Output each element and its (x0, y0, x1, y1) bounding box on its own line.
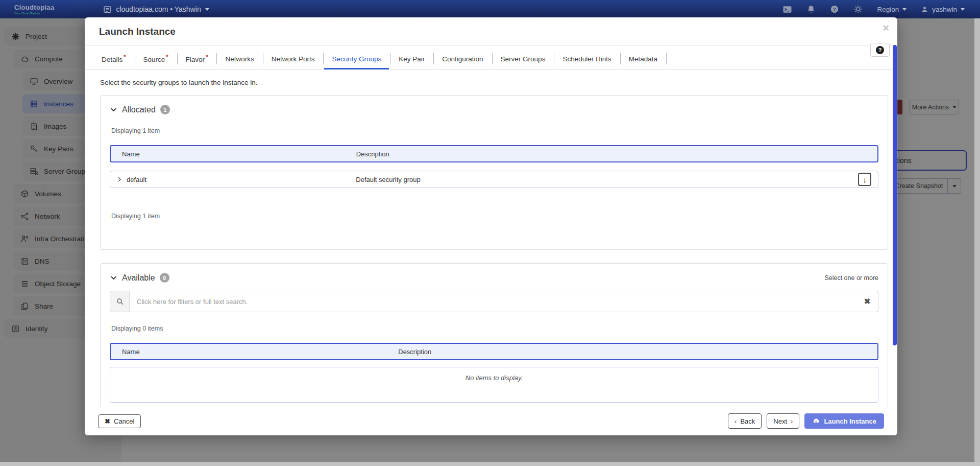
column-header-description: Description (356, 150, 877, 158)
tab-server-groups[interactable]: Server Groups (492, 55, 554, 69)
vertical-scrollbar[interactable] (974, 18, 980, 462)
horizontal-scrollbar[interactable] (0, 462, 980, 466)
settings-gear-icon[interactable] (853, 5, 863, 14)
available-count-badge: 0 (160, 273, 169, 283)
filter-search-input[interactable] (130, 291, 856, 312)
allocated-header[interactable]: Allocated 1 (110, 105, 170, 114)
step-description: Select the security groups to launch the… (100, 79, 888, 86)
tab-flavor[interactable]: Flavor* (177, 54, 217, 69)
required-marker: * (206, 54, 208, 60)
select-hint: Select one or more (824, 274, 878, 282)
available-panel: Available 0 Select one or more ✖ Display… (100, 263, 888, 424)
required-marker: * (166, 54, 168, 60)
allocated-table-header: Name Description (110, 145, 878, 162)
terminal-icon[interactable] (782, 5, 792, 14)
available-table-header: Name Description (110, 343, 878, 360)
filter-search-bar: ✖ (110, 291, 878, 312)
region-menu[interactable]: Region (877, 6, 906, 13)
deallocate-button[interactable]: ↓ (858, 173, 871, 186)
launch-instance-button[interactable]: Launch Instance (804, 413, 884, 429)
region-label: Region (877, 6, 899, 13)
question-icon: ? (876, 46, 884, 54)
available-displaying: Displaying 0 items (111, 325, 878, 332)
table-row: default Default security group ↓ (110, 171, 878, 188)
brand-tagline: Your Cloud Partner (14, 12, 54, 15)
chevron-down-icon (961, 8, 965, 11)
brand-logo[interactable]: Cloudtopiaa Your Cloud Partner (14, 4, 54, 15)
modal-title: Launch Instance (99, 26, 176, 37)
tab-metadata[interactable]: Metadata (620, 55, 666, 69)
column-header-name: Name (111, 348, 398, 356)
modal-scrollbar-thumb[interactable] (893, 45, 897, 345)
brand-name: Cloudtopiaa (14, 4, 54, 11)
allocated-count-badge: 1 (160, 105, 170, 114)
tab-source[interactable]: Source* (135, 54, 177, 69)
available-header[interactable]: Available 0 (110, 273, 169, 283)
tab-key-pair[interactable]: Key Pair (390, 55, 433, 69)
down-arrow-icon: ↓ (863, 176, 867, 183)
required-marker: * (124, 54, 126, 60)
top-navigation-bar: Cloudtopiaa Your Cloud Partner cloudtopi… (0, 0, 980, 18)
cloud-upload-icon (812, 417, 820, 425)
modal-help-button[interactable]: ? (870, 43, 890, 57)
tab-configuration[interactable]: Configuration (433, 55, 492, 69)
close-icon[interactable]: × (883, 22, 889, 34)
next-button[interactable]: Next › (767, 413, 799, 429)
security-group-name: default (127, 176, 146, 183)
column-header-name: Name (111, 150, 356, 158)
chevron-down-icon (902, 8, 906, 11)
allocated-displaying-top: Displaying 1 item (111, 127, 878, 134)
user-menu[interactable]: yashwin (921, 6, 965, 13)
chevron-left-icon: ‹ (734, 417, 737, 425)
collapse-chevron-icon (110, 106, 117, 113)
chevron-down-icon (205, 8, 209, 11)
tab-scheduler-hints[interactable]: Scheduler Hints (554, 55, 620, 69)
clear-search-icon[interactable]: ✖ (856, 291, 878, 312)
allocated-panel: Allocated 1 Displaying 1 item Name Descr… (100, 95, 888, 250)
cancel-button[interactable]: ✖ Cancel (98, 414, 141, 428)
notifications-bell-icon[interactable] (806, 5, 816, 14)
project-list-icon (103, 5, 112, 14)
column-header-description: Description (398, 348, 877, 356)
empty-table-message: No items to display. (110, 367, 878, 403)
wizard-tabs: Details* Source* Flavor* Networks Networ… (85, 46, 897, 69)
expand-chevron-icon[interactable] (116, 176, 122, 182)
user-icon (921, 6, 928, 13)
tab-security-groups[interactable]: Security Groups (323, 55, 390, 69)
launch-instance-modal: Launch Instance × ? Details* Source* Fla… (85, 17, 897, 435)
modal-footer: ✖ Cancel ‹ Back Next › Launch Instance (85, 407, 897, 435)
breadcrumb[interactable]: cloudtopiaa.com • Yashwin (103, 5, 209, 14)
security-group-description: Default security group (356, 176, 878, 183)
breadcrumb-label: cloudtopiaa.com • Yashwin (116, 5, 201, 13)
modal-header: Launch Instance (85, 17, 897, 46)
user-label: yashwin (932, 6, 957, 13)
chevron-right-icon: › (791, 417, 793, 425)
back-button[interactable]: ‹ Back (728, 413, 762, 429)
allocated-title: Allocated (122, 105, 156, 114)
app-window: Cloudtopiaa Your Cloud Partner cloudtopi… (0, 0, 980, 466)
tab-network-ports[interactable]: Network Ports (263, 55, 324, 69)
tab-details[interactable]: Details* (93, 54, 135, 69)
help-icon[interactable] (830, 5, 839, 14)
modal-body: Select the security groups to launch the… (85, 69, 897, 424)
x-icon: ✖ (105, 417, 110, 425)
collapse-chevron-icon (110, 274, 117, 282)
tab-networks[interactable]: Networks (216, 55, 262, 69)
allocated-displaying-bottom: Displaying 1 item (111, 213, 878, 220)
search-icon[interactable] (110, 291, 130, 312)
available-title: Available (122, 273, 155, 283)
